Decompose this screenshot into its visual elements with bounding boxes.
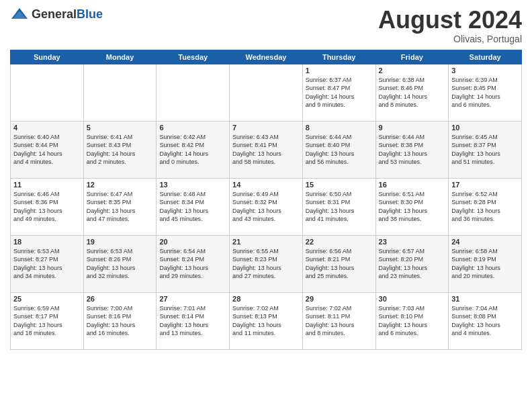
table-row: 31Sunrise: 7:04 AM Sunset: 8:08 PM Dayli…: [449, 292, 522, 349]
day-number: 24: [451, 238, 519, 246]
day-info: Sunrise: 6:52 AM Sunset: 8:28 PM Dayligh…: [451, 190, 519, 224]
table-row: 1Sunrise: 6:37 AM Sunset: 8:47 PM Daylig…: [302, 64, 375, 121]
day-number: 1: [306, 66, 373, 75]
day-info: Sunrise: 7:00 AM Sunset: 8:16 PM Dayligh…: [87, 304, 154, 338]
day-info: Sunrise: 6:53 AM Sunset: 8:27 PM Dayligh…: [13, 247, 81, 281]
calendar-table: Sunday Monday Tuesday Wednesday Thursday…: [10, 50, 522, 350]
day-info: Sunrise: 7:02 AM Sunset: 8:13 PM Dayligh…: [232, 304, 300, 338]
day-number: 8: [306, 124, 373, 132]
day-info: Sunrise: 6:55 AM Sunset: 8:23 PM Dayligh…: [232, 247, 300, 281]
title-block: August 2024 Olivais, Portugal: [378, 7, 522, 44]
header-friday: Friday: [375, 50, 449, 64]
location-subtitle: Olivais, Portugal: [378, 34, 522, 44]
day-number: 21: [232, 238, 300, 246]
calendar-week-row: 18Sunrise: 6:53 AM Sunset: 8:27 PM Dayli…: [11, 235, 522, 292]
table-row: 20Sunrise: 6:54 AM Sunset: 8:24 PM Dayli…: [157, 235, 230, 292]
day-number: 14: [232, 181, 300, 189]
day-info: Sunrise: 6:57 AM Sunset: 8:20 PM Dayligh…: [379, 247, 446, 281]
table-row: 17Sunrise: 6:52 AM Sunset: 8:28 PM Dayli…: [449, 178, 522, 235]
day-info: Sunrise: 6:41 AM Sunset: 8:43 PM Dayligh…: [87, 133, 154, 167]
table-row: 25Sunrise: 6:59 AM Sunset: 8:17 PM Dayli…: [11, 292, 84, 349]
calendar-week-row: 1Sunrise: 6:37 AM Sunset: 8:47 PM Daylig…: [11, 64, 522, 121]
day-number: 25: [13, 295, 81, 303]
day-info: Sunrise: 6:47 AM Sunset: 8:35 PM Dayligh…: [87, 190, 154, 224]
day-info: Sunrise: 6:40 AM Sunset: 8:44 PM Dayligh…: [13, 133, 81, 167]
table-row: 23Sunrise: 6:57 AM Sunset: 8:20 PM Dayli…: [375, 235, 449, 292]
table-row: 26Sunrise: 7:00 AM Sunset: 8:16 PM Dayli…: [83, 292, 157, 349]
table-row: [157, 64, 230, 121]
month-title: August 2024: [378, 7, 522, 34]
day-number: 19: [87, 238, 154, 246]
day-number: 5: [87, 124, 154, 132]
table-row: [83, 64, 157, 121]
day-info: Sunrise: 6:56 AM Sunset: 8:21 PM Dayligh…: [306, 247, 373, 281]
header-thursday: Thursday: [302, 50, 375, 64]
day-info: Sunrise: 6:45 AM Sunset: 8:37 PM Dayligh…: [451, 133, 519, 167]
day-number: 22: [306, 238, 373, 246]
day-number: 18: [13, 238, 81, 246]
table-row: 29Sunrise: 7:02 AM Sunset: 8:11 PM Dayli…: [302, 292, 375, 349]
calendar-page: GeneralBlue August 2024 Olivais, Portuga…: [0, 0, 532, 411]
day-info: Sunrise: 6:38 AM Sunset: 8:46 PM Dayligh…: [379, 76, 446, 109]
day-info: Sunrise: 6:50 AM Sunset: 8:31 PM Dayligh…: [306, 190, 373, 224]
day-info: Sunrise: 6:42 AM Sunset: 8:42 PM Dayligh…: [159, 133, 226, 167]
day-number: 15: [306, 181, 373, 189]
day-number: 13: [159, 181, 226, 189]
day-number: 31: [451, 295, 519, 303]
day-number: 10: [451, 124, 519, 132]
table-row: 3Sunrise: 6:39 AM Sunset: 8:45 PM Daylig…: [449, 64, 522, 121]
calendar-week-row: 25Sunrise: 6:59 AM Sunset: 8:17 PM Dayli…: [11, 292, 522, 349]
table-row: 6Sunrise: 6:42 AM Sunset: 8:42 PM Daylig…: [157, 121, 230, 178]
day-number: 23: [379, 238, 446, 246]
table-row: 27Sunrise: 7:01 AM Sunset: 8:14 PM Dayli…: [157, 292, 230, 349]
calendar-week-row: 4Sunrise: 6:40 AM Sunset: 8:44 PM Daylig…: [11, 121, 522, 178]
table-row: 18Sunrise: 6:53 AM Sunset: 8:27 PM Dayli…: [11, 235, 84, 292]
table-row: 9Sunrise: 6:44 AM Sunset: 8:38 PM Daylig…: [375, 121, 449, 178]
table-row: 10Sunrise: 6:45 AM Sunset: 8:37 PM Dayli…: [449, 121, 522, 178]
day-info: Sunrise: 7:04 AM Sunset: 8:08 PM Dayligh…: [451, 304, 519, 338]
day-info: Sunrise: 6:44 AM Sunset: 8:38 PM Dayligh…: [379, 133, 446, 167]
table-row: 5Sunrise: 6:41 AM Sunset: 8:43 PM Daylig…: [83, 121, 157, 178]
header-sunday: Sunday: [11, 50, 84, 64]
table-row: 7Sunrise: 6:43 AM Sunset: 8:41 PM Daylig…: [230, 121, 303, 178]
table-row: [11, 64, 84, 121]
day-number: 26: [87, 295, 154, 303]
day-number: 2: [379, 66, 446, 75]
table-row: 16Sunrise: 6:51 AM Sunset: 8:30 PM Dayli…: [375, 178, 449, 235]
table-row: 14Sunrise: 6:49 AM Sunset: 8:32 PM Dayli…: [230, 178, 303, 235]
day-info: Sunrise: 7:03 AM Sunset: 8:10 PM Dayligh…: [379, 304, 446, 338]
calendar-week-row: 11Sunrise: 6:46 AM Sunset: 8:36 PM Dayli…: [11, 178, 522, 235]
logo-text: GeneralBlue: [32, 7, 103, 21]
header-monday: Monday: [83, 50, 157, 64]
day-info: Sunrise: 6:59 AM Sunset: 8:17 PM Dayligh…: [13, 304, 81, 338]
table-row: 4Sunrise: 6:40 AM Sunset: 8:44 PM Daylig…: [11, 121, 84, 178]
day-info: Sunrise: 6:53 AM Sunset: 8:26 PM Dayligh…: [87, 247, 154, 281]
day-info: Sunrise: 6:54 AM Sunset: 8:24 PM Dayligh…: [159, 247, 226, 281]
day-info: Sunrise: 6:51 AM Sunset: 8:30 PM Dayligh…: [379, 190, 446, 224]
logo-blue: Blue: [77, 7, 103, 21]
day-number: 12: [87, 181, 154, 189]
day-number: 29: [306, 295, 373, 303]
header: GeneralBlue August 2024 Olivais, Portuga…: [10, 7, 522, 44]
day-number: 28: [232, 295, 300, 303]
header-saturday: Saturday: [449, 50, 522, 64]
table-row: 22Sunrise: 6:56 AM Sunset: 8:21 PM Dayli…: [302, 235, 375, 292]
table-row: 30Sunrise: 7:03 AM Sunset: 8:10 PM Dayli…: [375, 292, 449, 349]
table-row: 2Sunrise: 6:38 AM Sunset: 8:46 PM Daylig…: [375, 64, 449, 121]
day-number: 11: [13, 181, 81, 189]
day-number: 3: [451, 66, 519, 75]
day-info: Sunrise: 6:58 AM Sunset: 8:19 PM Dayligh…: [451, 247, 519, 281]
table-row: 21Sunrise: 6:55 AM Sunset: 8:23 PM Dayli…: [230, 235, 303, 292]
day-info: Sunrise: 7:01 AM Sunset: 8:14 PM Dayligh…: [159, 304, 226, 338]
day-info: Sunrise: 6:37 AM Sunset: 8:47 PM Dayligh…: [306, 76, 373, 109]
day-number: 9: [379, 124, 446, 132]
day-info: Sunrise: 7:02 AM Sunset: 8:11 PM Dayligh…: [306, 304, 373, 338]
day-number: 17: [451, 181, 519, 189]
table-row: 24Sunrise: 6:58 AM Sunset: 8:19 PM Dayli…: [449, 235, 522, 292]
day-number: 4: [13, 124, 81, 132]
table-row: 15Sunrise: 6:50 AM Sunset: 8:31 PM Dayli…: [302, 178, 375, 235]
day-info: Sunrise: 6:46 AM Sunset: 8:36 PM Dayligh…: [13, 190, 81, 224]
table-row: 12Sunrise: 6:47 AM Sunset: 8:35 PM Dayli…: [83, 178, 157, 235]
day-number: 20: [159, 238, 226, 246]
day-number: 6: [159, 124, 226, 132]
